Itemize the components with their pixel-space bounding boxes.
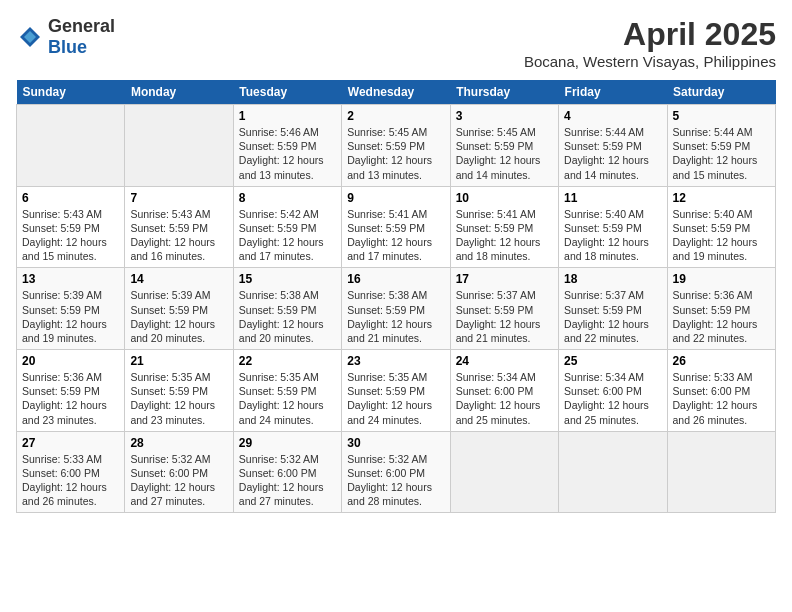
cell-content: Sunrise: 5:32 AM Sunset: 6:00 PM Dayligh… (239, 452, 336, 509)
cell-content: Sunrise: 5:46 AM Sunset: 5:59 PM Dayligh… (239, 125, 336, 182)
calendar-cell: 22Sunrise: 5:35 AM Sunset: 5:59 PM Dayli… (233, 350, 341, 432)
calendar-cell: 20Sunrise: 5:36 AM Sunset: 5:59 PM Dayli… (17, 350, 125, 432)
cell-content: Sunrise: 5:45 AM Sunset: 5:59 PM Dayligh… (347, 125, 444, 182)
calendar-cell: 25Sunrise: 5:34 AM Sunset: 6:00 PM Dayli… (559, 350, 667, 432)
day-number: 16 (347, 272, 444, 286)
month-year: April 2025 (524, 16, 776, 53)
calendar-cell: 14Sunrise: 5:39 AM Sunset: 5:59 PM Dayli… (125, 268, 233, 350)
weekday-header-thursday: Thursday (450, 80, 558, 105)
day-number: 21 (130, 354, 227, 368)
cell-content: Sunrise: 5:42 AM Sunset: 5:59 PM Dayligh… (239, 207, 336, 264)
logo-general: General (48, 16, 115, 36)
calendar-cell: 12Sunrise: 5:40 AM Sunset: 5:59 PM Dayli… (667, 186, 775, 268)
cell-content: Sunrise: 5:32 AM Sunset: 6:00 PM Dayligh… (130, 452, 227, 509)
day-number: 8 (239, 191, 336, 205)
calendar-cell (667, 431, 775, 513)
calendar-week-row: 20Sunrise: 5:36 AM Sunset: 5:59 PM Dayli… (17, 350, 776, 432)
day-number: 19 (673, 272, 770, 286)
calendar-table: SundayMondayTuesdayWednesdayThursdayFrid… (16, 80, 776, 513)
cell-content: Sunrise: 5:43 AM Sunset: 5:59 PM Dayligh… (22, 207, 119, 264)
cell-content: Sunrise: 5:35 AM Sunset: 5:59 PM Dayligh… (347, 370, 444, 427)
day-number: 1 (239, 109, 336, 123)
calendar-cell: 9Sunrise: 5:41 AM Sunset: 5:59 PM Daylig… (342, 186, 450, 268)
cell-content: Sunrise: 5:37 AM Sunset: 5:59 PM Dayligh… (456, 288, 553, 345)
day-number: 30 (347, 436, 444, 450)
day-number: 25 (564, 354, 661, 368)
calendar-cell: 27Sunrise: 5:33 AM Sunset: 6:00 PM Dayli… (17, 431, 125, 513)
weekday-header-saturday: Saturday (667, 80, 775, 105)
day-number: 22 (239, 354, 336, 368)
cell-content: Sunrise: 5:43 AM Sunset: 5:59 PM Dayligh… (130, 207, 227, 264)
cell-content: Sunrise: 5:33 AM Sunset: 6:00 PM Dayligh… (673, 370, 770, 427)
cell-content: Sunrise: 5:38 AM Sunset: 5:59 PM Dayligh… (239, 288, 336, 345)
weekday-header-wednesday: Wednesday (342, 80, 450, 105)
cell-content: Sunrise: 5:34 AM Sunset: 6:00 PM Dayligh… (456, 370, 553, 427)
calendar-cell: 7Sunrise: 5:43 AM Sunset: 5:59 PM Daylig… (125, 186, 233, 268)
day-number: 26 (673, 354, 770, 368)
cell-content: Sunrise: 5:35 AM Sunset: 5:59 PM Dayligh… (130, 370, 227, 427)
day-number: 18 (564, 272, 661, 286)
weekday-header-row: SundayMondayTuesdayWednesdayThursdayFrid… (17, 80, 776, 105)
calendar-week-row: 27Sunrise: 5:33 AM Sunset: 6:00 PM Dayli… (17, 431, 776, 513)
calendar-cell: 18Sunrise: 5:37 AM Sunset: 5:59 PM Dayli… (559, 268, 667, 350)
day-number: 5 (673, 109, 770, 123)
title-area: April 2025 Bocana, Western Visayas, Phil… (524, 16, 776, 70)
header: General Blue April 2025 Bocana, Western … (16, 16, 776, 70)
calendar-cell: 13Sunrise: 5:39 AM Sunset: 5:59 PM Dayli… (17, 268, 125, 350)
calendar-week-row: 6Sunrise: 5:43 AM Sunset: 5:59 PM Daylig… (17, 186, 776, 268)
calendar-cell: 6Sunrise: 5:43 AM Sunset: 5:59 PM Daylig… (17, 186, 125, 268)
weekday-header-friday: Friday (559, 80, 667, 105)
calendar-cell: 4Sunrise: 5:44 AM Sunset: 5:59 PM Daylig… (559, 105, 667, 187)
calendar-cell: 16Sunrise: 5:38 AM Sunset: 5:59 PM Dayli… (342, 268, 450, 350)
calendar-cell: 3Sunrise: 5:45 AM Sunset: 5:59 PM Daylig… (450, 105, 558, 187)
calendar-cell: 29Sunrise: 5:32 AM Sunset: 6:00 PM Dayli… (233, 431, 341, 513)
cell-content: Sunrise: 5:40 AM Sunset: 5:59 PM Dayligh… (564, 207, 661, 264)
day-number: 20 (22, 354, 119, 368)
calendar-cell: 21Sunrise: 5:35 AM Sunset: 5:59 PM Dayli… (125, 350, 233, 432)
logo-text: General Blue (48, 16, 115, 58)
calendar-cell: 26Sunrise: 5:33 AM Sunset: 6:00 PM Dayli… (667, 350, 775, 432)
weekday-header-tuesday: Tuesday (233, 80, 341, 105)
day-number: 24 (456, 354, 553, 368)
calendar-cell: 1Sunrise: 5:46 AM Sunset: 5:59 PM Daylig… (233, 105, 341, 187)
day-number: 14 (130, 272, 227, 286)
calendar-cell: 19Sunrise: 5:36 AM Sunset: 5:59 PM Dayli… (667, 268, 775, 350)
cell-content: Sunrise: 5:38 AM Sunset: 5:59 PM Dayligh… (347, 288, 444, 345)
calendar-cell: 11Sunrise: 5:40 AM Sunset: 5:59 PM Dayli… (559, 186, 667, 268)
weekday-header-sunday: Sunday (17, 80, 125, 105)
day-number: 7 (130, 191, 227, 205)
cell-content: Sunrise: 5:36 AM Sunset: 5:59 PM Dayligh… (673, 288, 770, 345)
calendar-cell: 10Sunrise: 5:41 AM Sunset: 5:59 PM Dayli… (450, 186, 558, 268)
day-number: 23 (347, 354, 444, 368)
day-number: 12 (673, 191, 770, 205)
day-number: 3 (456, 109, 553, 123)
cell-content: Sunrise: 5:39 AM Sunset: 5:59 PM Dayligh… (130, 288, 227, 345)
cell-content: Sunrise: 5:33 AM Sunset: 6:00 PM Dayligh… (22, 452, 119, 509)
calendar-cell: 5Sunrise: 5:44 AM Sunset: 5:59 PM Daylig… (667, 105, 775, 187)
calendar-cell: 28Sunrise: 5:32 AM Sunset: 6:00 PM Dayli… (125, 431, 233, 513)
cell-content: Sunrise: 5:41 AM Sunset: 5:59 PM Dayligh… (456, 207, 553, 264)
calendar-week-row: 1Sunrise: 5:46 AM Sunset: 5:59 PM Daylig… (17, 105, 776, 187)
logo-icon (16, 23, 44, 51)
cell-content: Sunrise: 5:39 AM Sunset: 5:59 PM Dayligh… (22, 288, 119, 345)
day-number: 6 (22, 191, 119, 205)
cell-content: Sunrise: 5:32 AM Sunset: 6:00 PM Dayligh… (347, 452, 444, 509)
logo: General Blue (16, 16, 115, 58)
cell-content: Sunrise: 5:37 AM Sunset: 5:59 PM Dayligh… (564, 288, 661, 345)
day-number: 13 (22, 272, 119, 286)
calendar-cell: 8Sunrise: 5:42 AM Sunset: 5:59 PM Daylig… (233, 186, 341, 268)
cell-content: Sunrise: 5:35 AM Sunset: 5:59 PM Dayligh… (239, 370, 336, 427)
cell-content: Sunrise: 5:40 AM Sunset: 5:59 PM Dayligh… (673, 207, 770, 264)
day-number: 28 (130, 436, 227, 450)
day-number: 15 (239, 272, 336, 286)
day-number: 2 (347, 109, 444, 123)
cell-content: Sunrise: 5:41 AM Sunset: 5:59 PM Dayligh… (347, 207, 444, 264)
day-number: 29 (239, 436, 336, 450)
calendar-cell: 17Sunrise: 5:37 AM Sunset: 5:59 PM Dayli… (450, 268, 558, 350)
calendar-cell: 15Sunrise: 5:38 AM Sunset: 5:59 PM Dayli… (233, 268, 341, 350)
cell-content: Sunrise: 5:34 AM Sunset: 6:00 PM Dayligh… (564, 370, 661, 427)
day-number: 9 (347, 191, 444, 205)
logo-blue: Blue (48, 37, 87, 57)
cell-content: Sunrise: 5:44 AM Sunset: 5:59 PM Dayligh… (564, 125, 661, 182)
day-number: 11 (564, 191, 661, 205)
